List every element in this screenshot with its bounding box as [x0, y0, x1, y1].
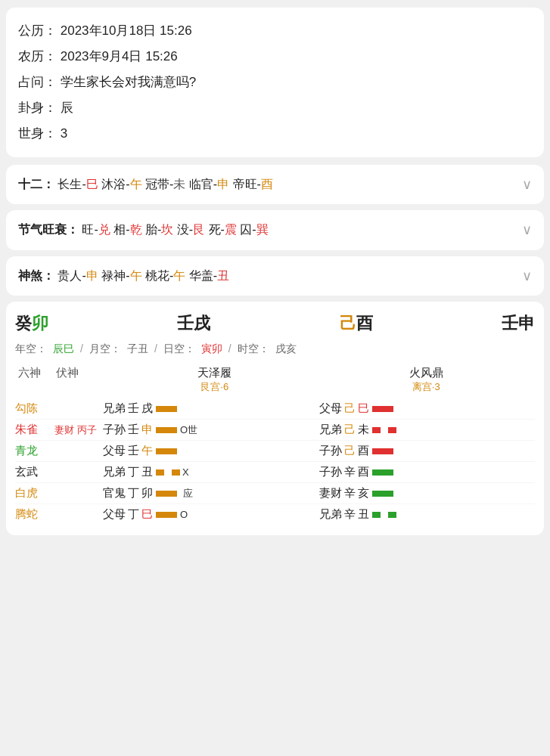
hex-right-name: 火风鼎 离宫·3	[321, 366, 533, 394]
left-yao-cell: 官鬼 丁卯 应	[103, 486, 319, 500]
nian-kong-val: 辰巳	[53, 339, 74, 358]
pillar-shi: 壬申	[502, 312, 535, 335]
left-yao-cell: 兄弟 丁丑 X	[103, 465, 319, 479]
shi-er-label: 十二：	[18, 178, 54, 191]
table-row: 朱雀 妻财 丙子 子孙 壬申 O世 兄弟 己未	[15, 420, 535, 441]
table-row: 勾陈 兄弟 壬戌 父母 己巳	[15, 398, 535, 420]
nian-di: 卯	[32, 314, 48, 333]
jie-qi-section[interactable]: 节气旺衰： 旺-兑 相-乾 胎-坎 没-艮 死-震 囚-巽 ∨	[6, 210, 544, 249]
liu-shen-cell: 腾蛇	[15, 507, 54, 522]
chevron-down-icon: ∨	[522, 264, 532, 288]
liu-shen-cell: 玄武	[15, 465, 54, 479]
jie-qi-text: 旺-兑 相-乾 胎-坎 没-艮 死-震 囚-巽	[82, 223, 268, 236]
chevron-down-icon: ∨	[522, 172, 532, 197]
table-row: 青龙 父母 壬午 子孙 己酉	[15, 441, 535, 462]
ri-tian: 己	[340, 314, 356, 333]
shi-er-content: 十二： 长生-巳 沐浴-午 冠带-未 临官-申 帝旺-酉	[18, 174, 516, 196]
ri-kong-val: 寅卯	[201, 339, 222, 358]
yin-right-icon	[388, 512, 396, 518]
yang-icon	[156, 448, 177, 454]
shi-er-section[interactable]: 十二： 长生-巳 沐浴-午 冠带-未 临官-申 帝旺-酉 ∨	[6, 165, 544, 204]
pillars-row: 癸卯 壬戌 己酉 壬申	[15, 312, 535, 335]
nian-kong-label: 年空：	[15, 339, 47, 358]
liu-shen-cell: 青龙	[15, 444, 54, 458]
liu-shen-cell: 勾陈	[15, 401, 54, 416]
right-yao-cell: 子孙 辛酉	[319, 465, 536, 479]
yue-kong-label: 月空：	[89, 339, 121, 358]
yue-di: 戌	[194, 314, 210, 333]
right-yao-cell: 子孙 己酉	[319, 444, 536, 458]
shi-kong-val: 戌亥	[275, 339, 297, 358]
yue-tian: 壬	[177, 314, 194, 333]
shen-sha-text: 贵人-申 禄神-午 桃花-午 华盖-丑	[57, 269, 229, 282]
hex-left-sub: 艮宫·6	[109, 380, 321, 394]
yin-left-icon	[372, 427, 381, 433]
right-yao-cell: 兄弟 辛丑	[319, 507, 536, 522]
liu-shen-header: 六神 伏神	[18, 366, 109, 394]
jie-qi-content: 节气旺衰： 旺-兑 相-乾 胎-坎 没-艮 死-震 囚-巽	[18, 219, 516, 241]
gua-shen-line: 卦身： 辰	[18, 95, 532, 121]
yang-icon	[156, 491, 177, 497]
pillars-card: 癸卯 壬戌 己酉 壬申 年空：辰巳 / 月空：子丑 / 日空：寅卯 / 时空：戌…	[6, 302, 544, 535]
pillar-yue: 壬戌	[177, 312, 210, 335]
fu-shen-label: 伏神	[56, 366, 79, 379]
yang-icon	[372, 448, 393, 454]
hex-left-name: 天泽履 艮宫·6	[109, 366, 321, 394]
left-yao-cell: 子孙 壬申 O世	[103, 423, 319, 437]
right-yao-cell: 妻财 辛亥	[319, 486, 536, 500]
yue-kong-val: 子丑	[127, 339, 148, 358]
liu-shen-cell: 朱雀	[15, 423, 54, 437]
hex-names-header: 六神 伏神 天泽履 艮宫·6 火风鼎 离宫·3	[15, 366, 535, 394]
yang-icon	[156, 406, 177, 412]
gong-li-line: 公历： 2023年10月18日 15:26	[18, 18, 532, 44]
shi-er-text: 长生-巳 沐浴-午 冠带-未 临官-申 帝旺-酉	[57, 178, 272, 191]
shi-tian: 壬	[502, 314, 518, 333]
kongwang-row: 年空：辰巳 / 月空：子丑 / 日空：寅卯 / 时空：戌亥	[15, 339, 535, 358]
yang-icon	[156, 427, 177, 433]
yin-right-icon	[172, 469, 180, 476]
shen-sha-section[interactable]: 神煞： 贵人-申 禄神-午 桃花-午 华盖-丑 ∨	[6, 256, 544, 296]
shi-di: 申	[518, 314, 535, 333]
yin-left-icon	[372, 512, 381, 518]
shi-shen-line: 世身： 3	[18, 121, 532, 147]
shen-sha-label: 神煞：	[18, 269, 54, 282]
yin-right-icon	[388, 427, 396, 433]
left-yao-cell: 父母 壬午	[103, 444, 319, 458]
right-yao-cell: 兄弟 己未	[319, 423, 536, 437]
shi-kong-label: 时空：	[238, 339, 269, 358]
nian-tian: 癸	[15, 314, 32, 333]
yang-icon	[372, 469, 393, 476]
hex-left-main: 天泽履	[109, 366, 321, 380]
fu-shen-cell: 妻财 丙子	[54, 423, 103, 437]
hex-right-main: 火风鼎	[321, 366, 533, 380]
yang-icon	[156, 512, 177, 518]
pillar-nian: 癸卯	[15, 312, 48, 335]
left-yao-cell: 兄弟 壬戌	[103, 401, 319, 416]
right-yao-cell: 父母 己巳	[319, 401, 536, 416]
nong-li-line: 农历： 2023年9月4日 15:26	[18, 44, 532, 70]
table-row: 白虎 官鬼 丁卯 应 妻财 辛亥	[15, 483, 535, 504]
ri-kong-label: 日空：	[163, 339, 195, 358]
jie-qi-label: 节气旺衰：	[18, 223, 79, 236]
left-yao-cell: 父母 丁巳 O	[103, 507, 319, 522]
shen-sha-content: 神煞： 贵人-申 禄神-午 桃花-午 华盖-丑	[18, 265, 516, 287]
liu-shen-cell: 白虎	[15, 486, 54, 500]
table-row: 玄武 兄弟 丁丑 X 子孙 辛酉	[15, 462, 535, 483]
hex-right-sub: 离宫·3	[321, 380, 533, 394]
yang-icon	[372, 406, 393, 412]
ri-di: 酉	[356, 314, 373, 333]
yang-icon	[372, 491, 393, 497]
zhan-wen-line: 占问： 学生家长会对我满意吗?	[18, 70, 532, 95]
table-row: 腾蛇 父母 丁巳 O 兄弟 辛丑	[15, 504, 535, 525]
chevron-down-icon: ∨	[522, 218, 532, 242]
pillar-ri: 己酉	[340, 312, 373, 335]
liu-shen-label: 六神	[18, 366, 41, 379]
yin-left-icon	[156, 469, 164, 476]
info-card: 公历： 2023年10月18日 15:26 农历： 2023年9月4日 15:2…	[6, 8, 544, 157]
